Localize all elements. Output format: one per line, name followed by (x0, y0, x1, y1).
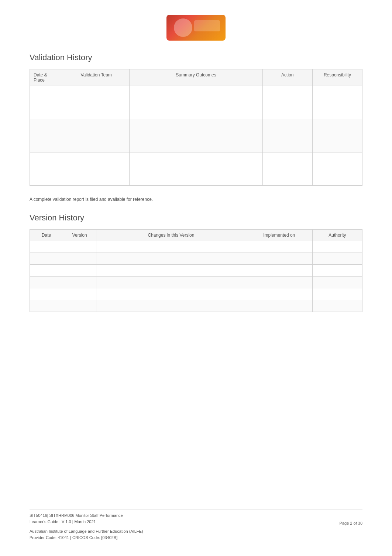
version-history-title: Version History (30, 213, 362, 223)
validation-row3-responsibility (312, 152, 362, 186)
validation-col-action: Action (262, 69, 312, 86)
version-row1-changes (96, 241, 246, 253)
version-row2-changes (96, 253, 246, 265)
validation-row3-date (30, 152, 63, 186)
version-row1-implemented (246, 241, 312, 253)
version-row2-date (30, 253, 63, 265)
version-history-table: Date Version Changes in this Version Imp… (30, 229, 362, 312)
version-row5-authority (312, 288, 362, 300)
version-row4-authority (312, 277, 362, 288)
version-row4-date (30, 277, 63, 288)
version-row5-version (63, 288, 96, 300)
version-table-header-row: Date Version Changes in this Version Imp… (30, 230, 362, 241)
validation-row3-team (63, 152, 130, 186)
footer-provider-info: Provider Code: 41041 | CRICOS Code: [034… (30, 535, 362, 541)
version-col-authority: Authority (312, 230, 362, 241)
footer-top: SIT50416| SITXHRM006 Monitor Staff Perfo… (30, 509, 362, 525)
table-row (30, 253, 362, 265)
version-row2-implemented (246, 253, 312, 265)
validation-col-summary: Summary Outcomes (130, 69, 262, 86)
version-row3-version (63, 265, 96, 277)
validation-col-date: Date & Place (30, 69, 63, 86)
version-col-date: Date (30, 230, 63, 241)
version-row6-date (30, 300, 63, 312)
version-col-changes: Changes in this Version (96, 230, 246, 241)
version-col-version: Version (63, 230, 96, 241)
validation-row2-date (30, 119, 63, 152)
validation-history-title: Validation History (30, 53, 362, 62)
version-row2-version (63, 253, 96, 265)
validation-row2-action (262, 119, 312, 152)
footer-left-info: SIT50416| SITXHRM006 Monitor Staff Perfo… (30, 512, 123, 525)
logo-area (30, 15, 362, 42)
logo-image (166, 15, 226, 41)
table-row (30, 119, 362, 152)
version-row5-date (30, 288, 63, 300)
footer-guide-info: Learner's Guide | V 1.0 | March 2021 (30, 519, 123, 525)
version-row5-changes (96, 288, 246, 300)
version-row3-implemented (246, 265, 312, 277)
version-row4-implemented (246, 277, 312, 288)
validation-row1-responsibility (312, 86, 362, 119)
version-row6-changes (96, 300, 246, 312)
validation-row1-action (262, 86, 312, 119)
validation-history-table: Date & Place Validation Team Summary Out… (30, 69, 362, 186)
validation-table-header-row: Date & Place Validation Team Summary Out… (30, 69, 362, 86)
footer: SIT50416| SITXHRM006 Monitor Staff Perfo… (30, 509, 362, 541)
validation-row1-summary (130, 86, 262, 119)
table-row (30, 265, 362, 277)
footer-institute-name: Australian Institute of Language and Fur… (30, 528, 362, 535)
validation-row2-team (63, 119, 130, 152)
table-row (30, 241, 362, 253)
table-row (30, 300, 362, 312)
version-col-implemented: Implemented on (246, 230, 312, 241)
page: Validation History Date & Place Validati… (0, 0, 392, 556)
table-row (30, 288, 362, 300)
validation-row1-date (30, 86, 63, 119)
validation-row3-summary (130, 152, 262, 186)
version-row6-version (63, 300, 96, 312)
version-row3-changes (96, 265, 246, 277)
footer-page-info: Page 2 of 38 (340, 521, 362, 525)
version-row1-date (30, 241, 63, 253)
version-row1-authority (312, 241, 362, 253)
table-row (30, 152, 362, 186)
validation-row1-team (63, 86, 130, 119)
validation-row3-action (262, 152, 312, 186)
validation-note: A complete validation report is filed an… (30, 197, 362, 202)
version-row4-changes (96, 277, 246, 288)
version-row2-authority (312, 253, 362, 265)
version-row5-implemented (246, 288, 312, 300)
version-row6-authority (312, 300, 362, 312)
version-row6-implemented (246, 300, 312, 312)
version-row3-authority (312, 265, 362, 277)
footer-course-code: SIT50416| SITXHRM006 Monitor Staff Perfo… (30, 512, 123, 519)
footer-bottom: Australian Institute of Language and Fur… (30, 528, 362, 541)
validation-row2-summary (130, 119, 262, 152)
version-row3-date (30, 265, 63, 277)
table-row (30, 277, 362, 288)
version-row1-version (63, 241, 96, 253)
validation-row2-responsibility (312, 119, 362, 152)
validation-col-team: Validation Team (63, 69, 130, 86)
validation-col-responsibility: Responsibility (312, 69, 362, 86)
version-row4-version (63, 277, 96, 288)
table-row (30, 86, 362, 119)
